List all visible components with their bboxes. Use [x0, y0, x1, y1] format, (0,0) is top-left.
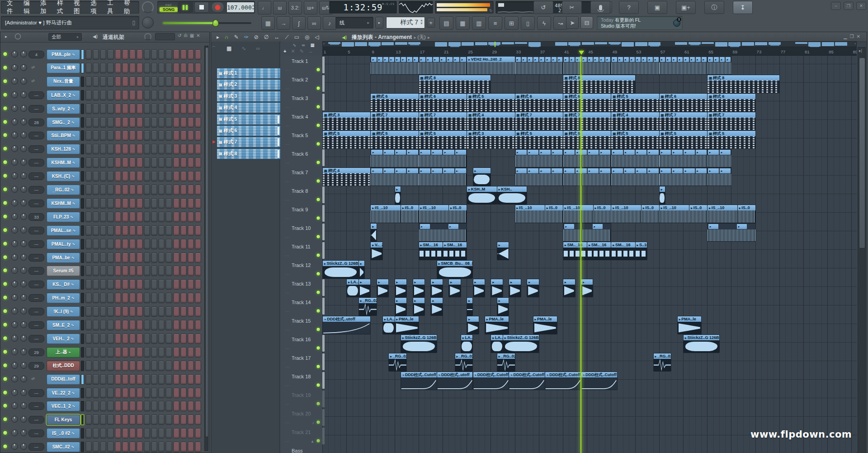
step-cell[interactable]: [93, 171, 99, 181]
channel-enable-led[interactable]: [3, 295, 8, 300]
track-header[interactable]: Track 7⋯: [281, 167, 322, 186]
playlist-clip[interactable]: ▸▸: [707, 223, 755, 242]
step-cell[interactable]: [165, 347, 172, 358]
playlist-clip[interactable]: ▸▸▸▸: [563, 167, 611, 186]
step-cell[interactable]: [165, 104, 172, 114]
rack-graph-editor-icon[interactable]: ıIı: [184, 33, 187, 38]
channel-pan-knob[interactable]: [11, 389, 18, 396]
playlist-clip[interactable]: ▸: [497, 242, 509, 260]
playlist-clip[interactable]: ▸: [509, 279, 521, 297]
playlist-clip[interactable]: ▸: [359, 279, 371, 297]
step-cell[interactable]: [158, 293, 165, 303]
playhead-marker[interactable]: [579, 51, 584, 55]
step-cell[interactable]: [85, 320, 92, 330]
step-cell[interactable]: [165, 306, 172, 317]
overview-scroll-left-icon[interactable]: ‹: [323, 42, 325, 46]
channel-volume-knob[interactable]: [20, 145, 27, 152]
track-options-dots[interactable]: ⋯: [285, 86, 290, 91]
playlist-clip[interactable]: ▸PMA..le: [677, 316, 702, 334]
step-cell[interactable]: [107, 279, 113, 290]
channel-volume-knob[interactable]: [20, 416, 27, 423]
step-cell[interactable]: [195, 171, 201, 181]
step-cell[interactable]: [158, 320, 165, 330]
step-cell[interactable]: [173, 90, 179, 100]
step-cell[interactable]: [188, 306, 194, 317]
step-cell[interactable]: [158, 49, 165, 60]
channel-select-strip[interactable]: [81, 388, 84, 398]
track-header[interactable]: Track 15⋯: [281, 315, 322, 334]
channel-enable-led[interactable]: [3, 119, 8, 124]
playlist-clip[interactable]: ▸StiickzZ..G 126BPM: [401, 334, 437, 353]
step-cell[interactable]: [180, 334, 187, 344]
mic-icon[interactable]: [590, 1, 610, 14]
channel-button[interactable]: KSHM..M∿: [47, 198, 80, 209]
channel-select-strip[interactable]: [81, 266, 84, 276]
step-cell[interactable]: [107, 117, 113, 128]
track-options-dots[interactable]: ⋯: [285, 309, 290, 314]
step-cell[interactable]: [115, 347, 121, 358]
channel-target-box[interactable]: ---: [28, 159, 44, 167]
step-cell[interactable]: [115, 144, 121, 154]
step-cell[interactable]: [144, 212, 150, 222]
step-cell[interactable]: [115, 334, 121, 344]
step-cell[interactable]: [158, 253, 165, 263]
step-cell[interactable]: [144, 117, 150, 128]
channel-select-strip[interactable]: [81, 401, 84, 411]
step-cell[interactable]: [85, 388, 92, 398]
step-cell[interactable]: [144, 428, 150, 439]
track-options-dots[interactable]: ⋯: [285, 291, 290, 295]
playlist-clip[interactable]: ▤样式 4: [611, 112, 659, 130]
step-cell[interactable]: [180, 63, 187, 73]
step-cell[interactable]: [165, 171, 172, 181]
step-cell[interactable]: [107, 63, 113, 73]
step-cell[interactable]: [115, 374, 121, 385]
step-cell[interactable]: [122, 117, 128, 128]
playlist-clip[interactable]: ▸IS..0: [401, 205, 419, 223]
channel-button[interactable]: KS.._D#∿: [47, 279, 80, 290]
step-cell[interactable]: [129, 198, 136, 209]
playlist-clip[interactable]: ▸IS_..10: [563, 205, 594, 223]
channel-button[interactable]: FLP..23∿: [47, 212, 80, 222]
step-cell[interactable]: [158, 428, 165, 439]
channel-volume-knob[interactable]: [20, 402, 27, 409]
playlist-clip[interactable]: ▤样式 6: [370, 93, 419, 112]
step-cell[interactable]: [195, 293, 201, 303]
playlist-clip[interactable]: ⌁DDD柱式..Cutoff: [545, 372, 581, 390]
step-cell[interactable]: [93, 374, 99, 385]
step-cell[interactable]: [129, 144, 136, 154]
playlist-clip[interactable]: ▤样式 4: [322, 167, 371, 186]
step-cell[interactable]: [180, 171, 187, 181]
step-cell[interactable]: [129, 320, 136, 330]
channel-enable-led[interactable]: [3, 444, 8, 449]
step-cell[interactable]: [173, 374, 179, 385]
step-cell[interactable]: [115, 361, 121, 371]
mixer-icon[interactable]: ≡: [488, 16, 502, 30]
step-cell[interactable]: [158, 334, 165, 344]
step-cell[interactable]: [158, 266, 165, 276]
step-cell[interactable]: [195, 442, 201, 452]
step-cell[interactable]: [107, 334, 113, 344]
step-cell[interactable]: [115, 293, 121, 303]
pattern-block[interactable]: ▤样式 6: [217, 125, 281, 136]
step-cell[interactable]: [129, 157, 136, 168]
step-cell[interactable]: [151, 185, 157, 195]
step-cell[interactable]: [144, 293, 150, 303]
step-cell[interactable]: [195, 76, 201, 87]
step-cell[interactable]: [188, 185, 194, 195]
step-cell[interactable]: [115, 171, 121, 181]
channel-button[interactable]: KSHM..M∿: [47, 157, 80, 168]
pattern-block[interactable]: ▤样式 5: [217, 114, 281, 125]
step-cell[interactable]: [173, 293, 179, 303]
track-enable-led[interactable]: [316, 272, 321, 276]
step-cell[interactable]: [122, 334, 128, 344]
step-cell[interactable]: [100, 225, 106, 236]
step-cell[interactable]: [93, 442, 99, 452]
step-cell[interactable]: [115, 104, 121, 114]
channel-target-box[interactable]: ---: [28, 443, 44, 451]
step-cell[interactable]: [188, 239, 194, 249]
channel-pan-knob[interactable]: [11, 443, 18, 450]
channel-enable-led[interactable]: [3, 281, 8, 286]
channel-pan-knob[interactable]: [11, 321, 18, 328]
channel-volume-knob[interactable]: [20, 227, 27, 234]
plug-icon[interactable]: ϟ: [537, 16, 551, 30]
